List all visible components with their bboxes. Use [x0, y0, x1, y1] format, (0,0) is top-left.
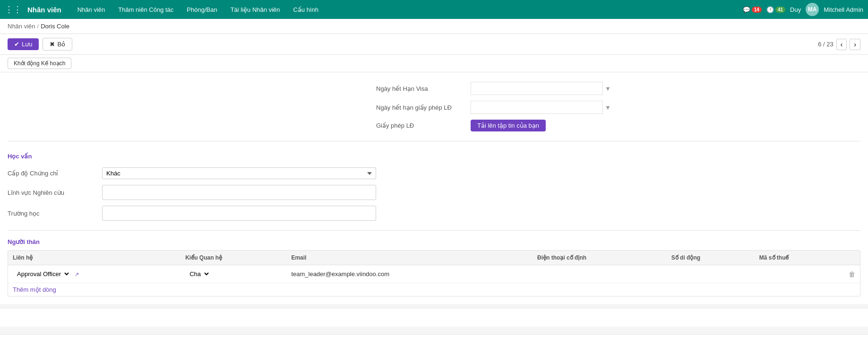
col-email: Email: [286, 251, 533, 265]
visa-expiry-label: Ngày hết Hạn Visa: [376, 82, 471, 95]
research-field-input[interactable]: [102, 185, 376, 200]
cert-level-value: Khác Cử nhân Thạc sĩ Tiến sĩ: [102, 165, 386, 181]
school-label: Trường học: [8, 204, 102, 223]
save-button[interactable]: ✔ Lưu: [8, 38, 39, 50]
top-navigation: ⋮⋮ Nhân viên Nhân viên Thâm niên Công tá…: [0, 0, 868, 19]
save-label: Lưu: [22, 41, 32, 48]
app-title: Nhân viên: [27, 6, 61, 14]
work-permit-label: Giấy phép LĐ: [376, 119, 471, 132]
divider-2: [8, 230, 860, 231]
col-lien-he: Liên hệ: [8, 251, 180, 265]
visa-expiry-input[interactable]: [471, 82, 603, 95]
chat-badge: 14: [752, 7, 762, 13]
cell-lien-he: Approval Officer ↗: [8, 265, 180, 283]
pager-next[interactable]: ›: [850, 39, 860, 50]
main-content: Ngày hết Hạn Visa ▼ Ngày hết hạn giấy ph…: [0, 72, 868, 304]
discard-x-icon: ✖: [50, 41, 55, 48]
chat-button[interactable]: 💬 14: [743, 6, 762, 13]
school-value: [102, 204, 386, 223]
col-dien-thoai: Điện thoại cố định: [533, 251, 667, 265]
breadcrumb-current: Doris Cole: [41, 23, 69, 30]
nav-config[interactable]: Cấu hình: [286, 0, 325, 19]
nav-seniority[interactable]: Thâm niên Công tác: [112, 0, 180, 19]
pager-text: 6 / 23: [818, 41, 834, 48]
cell-kieu-quan-he: Cha: [180, 265, 286, 283]
pager-prev[interactable]: ‹: [836, 39, 847, 50]
education-fields: Cấp độ Chứng chỉ Khác Cử nhân Thạc sĩ Ti…: [8, 165, 860, 223]
admin-name: Mitchell Admin: [824, 6, 863, 13]
nav-department[interactable]: Phòng/Ban: [180, 0, 223, 19]
work-permit-expiry-value: ▼: [471, 99, 612, 116]
work-permit-expiry-input[interactable]: [471, 101, 603, 114]
school-input[interactable]: [102, 206, 376, 221]
discard-label: Bỏ: [57, 41, 65, 48]
work-permit-expiry-label: Ngày hết hạn giấy phép LĐ: [376, 101, 471, 114]
education-section: Học vấn Cấp độ Chứng chỉ Khác Cử nhân Th…: [8, 145, 860, 226]
col-kieu-quan-he: Kiểu Quan hệ: [180, 251, 286, 265]
user-name: Duy: [790, 6, 801, 13]
relatives-title: Người thân: [8, 238, 860, 245]
relatives-section: Người thân Liên hệ Kiểu Quan hệ Email Đi…: [8, 238, 860, 296]
cert-level-label: Cấp độ Chứng chỉ: [8, 165, 102, 181]
breadcrumb-parent[interactable]: Nhân viên: [8, 23, 35, 30]
col-so-di-dong: Số di động: [667, 251, 755, 265]
research-field-label: Lĩnh vực Nghiên cứu: [8, 183, 102, 202]
relatives-table-container: Liên hệ Kiểu Quan hệ Email Điện thoại cố…: [8, 250, 860, 296]
col-ma-so-thue: Mã số thuế: [755, 251, 844, 265]
lien-he-select[interactable]: Approval Officer: [13, 269, 71, 279]
cell-so-di-dong: [667, 265, 755, 283]
pager: 6 / 23 ‹ ›: [818, 39, 860, 50]
upload-button[interactable]: Tải lên tập tin của bạn: [471, 120, 546, 131]
activity-button[interactable]: 🕐 41: [766, 6, 785, 13]
kieu-quan-he-select[interactable]: Cha: [185, 269, 211, 279]
visa-fields: Ngày hết Hạn Visa ▼ Ngày hết hạn giấy ph…: [376, 80, 860, 133]
nav-right: 💬 14 🕐 41 Duy MA Mitchell Admin: [743, 3, 863, 16]
activity-badge: 41: [775, 7, 785, 13]
nav-employees[interactable]: Nhân viên: [71, 0, 112, 19]
table-header: Liên hệ Kiểu Quan hệ Email Điện thoại cố…: [8, 251, 860, 265]
bottom-section-2: [0, 334, 868, 348]
visa-section: Ngày hết Hạn Visa ▼ Ngày hết hạn giấy ph…: [8, 72, 860, 137]
visa-expiry-value: ▼: [471, 80, 612, 97]
cert-level-select[interactable]: Khác Cử nhân Thạc sĩ Tiến sĩ: [102, 167, 376, 179]
breadcrumb: Nhân viên / Doris Cole: [0, 19, 868, 34]
table-row: Approval Officer ↗ Cha team_leader@examp…: [8, 265, 860, 283]
cell-email: team_leader@example.viindoo.com: [286, 265, 533, 283]
education-title: Học vấn: [8, 153, 860, 160]
work-permit-dropdown-icon: ▼: [605, 104, 611, 111]
chat-icon: 💬: [743, 6, 750, 13]
visa-expiry-dropdown-icon: ▼: [605, 85, 611, 92]
external-link-icon[interactable]: ↗: [75, 271, 79, 277]
avatar[interactable]: MA: [806, 3, 819, 16]
action-bar: ✔ Lưu ✖ Bỏ 6 / 23 ‹ ›: [0, 34, 868, 55]
cell-delete: 🗑: [844, 265, 860, 283]
secondary-action-bar: Khởi động Kế hoạch: [0, 55, 868, 72]
spacer: [0, 327, 868, 331]
bottom-section-1: [0, 308, 868, 327]
nav-documents[interactable]: Tài liệu Nhân viên: [224, 0, 287, 19]
cell-ma-so-thue: [755, 265, 844, 283]
research-field-value: [102, 183, 386, 202]
table-body: Approval Officer ↗ Cha team_leader@examp…: [8, 265, 860, 283]
work-permit-upload: Tải lên tập tin của bạn: [471, 118, 612, 133]
add-row-button[interactable]: Thêm một dòng: [8, 283, 860, 296]
app-grid-icon[interactable]: ⋮⋮: [5, 4, 22, 15]
save-check-icon: ✔: [14, 41, 19, 48]
clock-icon: 🕐: [766, 6, 774, 13]
delete-row-button[interactable]: 🗑: [849, 270, 855, 278]
cell-dien-thoai: [533, 265, 667, 283]
divider-1: [8, 141, 860, 141]
relatives-table: Liên hệ Kiểu Quan hệ Email Điện thoại cố…: [8, 251, 860, 283]
nav-links: Nhân viên Thâm niên Công tác Phòng/Ban T…: [71, 0, 743, 19]
discard-button[interactable]: ✖ Bỏ: [43, 38, 72, 51]
start-plan-button[interactable]: Khởi động Kế hoạch: [8, 58, 71, 69]
breadcrumb-separator: /: [37, 23, 39, 30]
